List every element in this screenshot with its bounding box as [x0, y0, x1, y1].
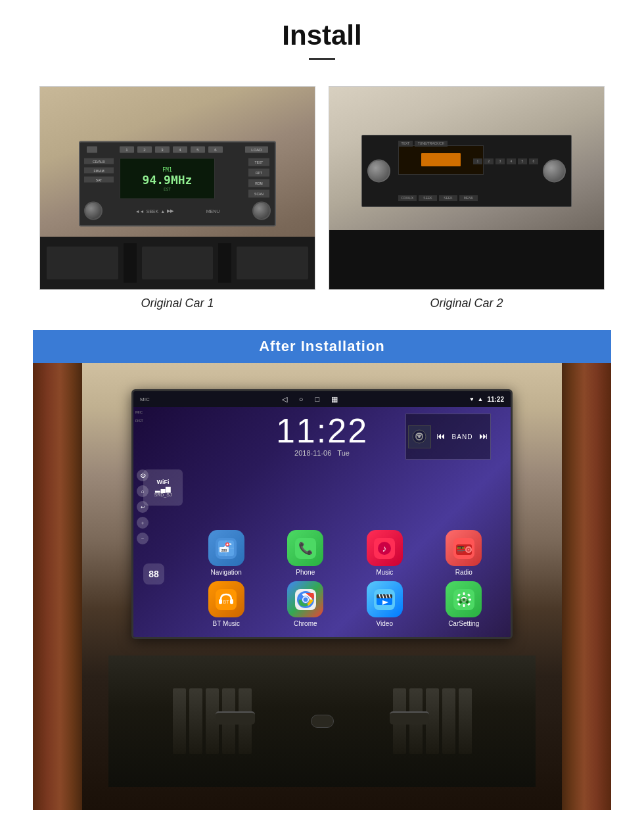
- svg-text:♪: ♪: [382, 544, 387, 554]
- time-widget: 11:22 2018-11-06 Tue: [276, 414, 368, 457]
- nav-icons: ◁ ○ □ ▦: [282, 395, 338, 404]
- recents-icon[interactable]: □: [315, 395, 319, 403]
- svg-rect-46: [463, 592, 465, 595]
- android-statusbar: MIC ◁ ○ □ ▦ ♥ ▲ 11:22: [133, 391, 511, 407]
- svg-text:108.00: 108.00: [457, 546, 465, 550]
- navigation-label: Navigation: [211, 569, 242, 576]
- svg-rect-47: [463, 604, 465, 607]
- app-music[interactable]: ♪ Music: [348, 530, 422, 576]
- car2-photo: CD/AUX SEEK SEEK MENU TEXT TUNE/TRACK/CH…: [329, 86, 605, 290]
- svg-point-55: [466, 601, 469, 604]
- home-icon[interactable]: ○: [299, 395, 304, 403]
- svg-point-20: [468, 549, 469, 550]
- svg-rect-26: [219, 599, 222, 604]
- prev-track-icon[interactable]: ⏮: [436, 431, 446, 442]
- number-badge: 88: [143, 563, 164, 584]
- svg-text:BT: BT: [223, 600, 230, 604]
- vol-down-button[interactable]: −: [137, 533, 149, 544]
- svg-rect-24: [457, 552, 463, 552]
- chrome-icon: [287, 581, 323, 617]
- music-widget: ⏮ BAND ⏭: [405, 414, 491, 460]
- video-icon: [367, 581, 403, 617]
- app-carsetting[interactable]: CarSetting: [427, 581, 501, 627]
- radio-label: Radio: [455, 569, 472, 576]
- video-label: Video: [377, 620, 393, 627]
- svg-rect-27: [230, 599, 233, 604]
- car1-item: 1 2 3 4 5 6 LOAD FM1 94.9MHz EST: [39, 86, 315, 310]
- btmusic-label: BT Music: [213, 620, 241, 627]
- carsetting-label: CarSetting: [448, 620, 479, 627]
- svg-rect-49: [469, 598, 471, 600]
- wifi-status-icon: ▲: [477, 396, 483, 402]
- wifi-badge: WiFi ▂▄▆ SRD_SJ: [143, 469, 183, 506]
- svg-text:280: 280: [221, 548, 227, 552]
- car-interior-photo: MIC ◁ ○ □ ▦ ♥ ▲ 11:22 MIC RST: [33, 363, 611, 810]
- page-title: Install: [0, 20, 644, 51]
- page-header: Install: [0, 0, 644, 80]
- svg-point-8: [227, 543, 229, 545]
- wifi-bars: ▂▄▆: [155, 485, 170, 492]
- app-btmusic[interactable]: BT BT Music: [189, 581, 264, 627]
- car1-label: Original Car 1: [141, 297, 214, 310]
- music-album-art: [408, 425, 431, 448]
- after-section: MIC ◁ ○ □ ▦ ♥ ▲ 11:22 MIC RST: [33, 363, 611, 810]
- music-icon: ♪: [367, 530, 403, 566]
- next-track-icon[interactable]: ⏭: [479, 431, 488, 442]
- vol-up-button[interactable]: +: [137, 517, 149, 529]
- radio-icon: 108.00: [446, 530, 482, 566]
- car2-item: CD/AUX SEEK SEEK MENU TEXT TUNE/TRACK/CH…: [329, 86, 605, 310]
- btmusic-icon: BT: [208, 581, 244, 617]
- svg-point-54: [459, 601, 462, 604]
- time-display: 11:22: [276, 414, 368, 448]
- app-video[interactable]: Video: [348, 581, 422, 627]
- calendar-icon[interactable]: ▦: [331, 395, 338, 404]
- svg-point-34: [303, 597, 308, 602]
- car1-photo: 1 2 3 4 5 6 LOAD FM1 94.9MHz EST: [39, 86, 315, 290]
- music-controls: ⏮ BAND ⏭: [436, 431, 489, 442]
- rst-label: RST: [135, 419, 143, 423]
- carsetting-icon: [446, 581, 482, 617]
- wifi-network-name: SRD_SJ: [154, 492, 172, 497]
- navigation-icon: 280: [208, 530, 244, 566]
- phone-label: Phone: [296, 569, 315, 576]
- status-time: 11:22: [487, 396, 504, 403]
- back-icon[interactable]: ◁: [282, 395, 287, 404]
- app-grid: 280 Navigation 📞 Phone: [186, 527, 504, 631]
- mic-text: MIC: [140, 396, 150, 402]
- after-banner-text: After Installation: [259, 338, 385, 354]
- svg-rect-48: [457, 598, 459, 600]
- app-radio[interactable]: 108.00 Radio: [427, 530, 501, 576]
- car2-label: Original Car 2: [430, 297, 503, 310]
- location-icon: ♥: [470, 396, 473, 402]
- music-label: Music: [376, 569, 393, 576]
- wifi-title: WiFi: [157, 479, 170, 485]
- chrome-label: Chrome: [294, 620, 317, 627]
- app-chrome[interactable]: Chrome: [269, 581, 343, 627]
- after-banner: After Installation: [33, 330, 611, 363]
- before-section: 1 2 3 4 5 6 LOAD FM1 94.9MHz EST: [0, 80, 644, 323]
- date-display: 2018-11-06 Tue: [276, 449, 368, 457]
- phone-icon: 📞: [287, 530, 323, 566]
- app-navigation[interactable]: 280 Navigation: [189, 530, 264, 576]
- svg-text:📞: 📞: [298, 541, 313, 556]
- android-wallpaper: MIC RST 11:22 2018-11-06 Tue: [133, 407, 511, 637]
- app-phone[interactable]: 📞 Phone: [269, 530, 343, 576]
- svg-rect-23: [457, 550, 465, 551]
- head-unit: MIC ◁ ○ □ ▦ ♥ ▲ 11:22 MIC RST: [131, 389, 513, 639]
- title-divider: [309, 58, 335, 60]
- mic-label: MIC: [135, 410, 143, 414]
